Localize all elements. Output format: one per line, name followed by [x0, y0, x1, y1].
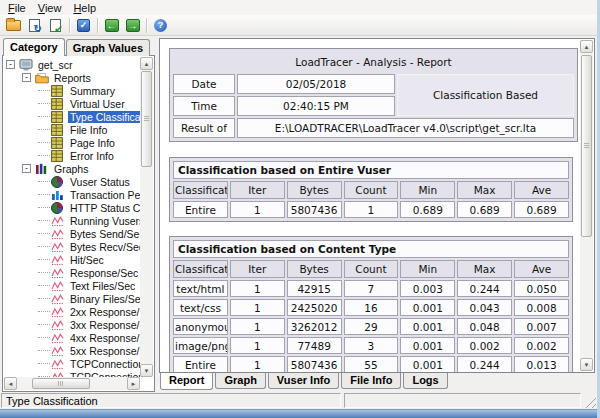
- bars-icon: [51, 189, 65, 201]
- bottom-tab-report[interactable]: Report: [160, 373, 213, 390]
- table-cell: 0.689: [457, 201, 512, 218]
- resize-grip-icon[interactable]: [583, 395, 596, 408]
- scroll-left-icon[interactable]: [4, 377, 17, 390]
- line-icon: [51, 358, 65, 370]
- table-cell: 0.003: [400, 280, 455, 297]
- tree-item-bytes-recv-sec[interactable]: Bytes Recv/Sec: [4, 240, 140, 253]
- tree-item-bytes-send-sec[interactable]: Bytes Send/Sec: [4, 227, 140, 240]
- toolbar-separator: [97, 18, 98, 33]
- tree-connector: [38, 116, 50, 117]
- table-title: Classification based on Content Type: [173, 240, 569, 258]
- tree-item-label: Type Classification: [68, 111, 140, 123]
- line-icon: [51, 267, 65, 279]
- table-cell: 0.689: [400, 201, 455, 218]
- report-icon: [51, 85, 65, 97]
- open-folder-button[interactable]: [3, 16, 24, 35]
- table-cell: 0.013: [514, 356, 569, 373]
- print-preview-button[interactable]: ↻: [24, 16, 45, 35]
- bottom-tab-file-info[interactable]: File Info: [341, 373, 401, 389]
- tree-horizontal-scrollbar[interactable]: [4, 377, 140, 390]
- table-cell: 0.689: [514, 201, 569, 218]
- collapse-expander-icon[interactable]: [6, 60, 15, 69]
- tree-item-virtual-user[interactable]: Virtual User: [4, 97, 140, 110]
- table-cell: 1: [230, 299, 285, 316]
- report-scrollbar-thumb[interactable]: [581, 55, 592, 237]
- scroll-up-icon[interactable]: [140, 57, 153, 70]
- menu-item-view[interactable]: View: [32, 1, 68, 15]
- collapse-expander-icon[interactable]: [22, 73, 31, 82]
- tree-item-page-info[interactable]: Page Info: [4, 136, 140, 149]
- tree-item-label: Bytes Send/Sec: [68, 228, 140, 240]
- export-button[interactable]: ↙: [45, 16, 66, 35]
- menu-item-help[interactable]: Help: [67, 1, 102, 15]
- tree-item-2xx-response-sec[interactable]: 2xx Response/Sec: [4, 305, 140, 318]
- line-icon: [51, 345, 65, 357]
- tree-connector: [38, 350, 50, 351]
- report-vertical-scrollbar[interactable]: [580, 40, 593, 371]
- tree-item-5xx-response-sec[interactable]: 5xx Response/Sec: [4, 344, 140, 357]
- tree-item-tcpconnections-clo[interactable]: TCPConnections Clo: [4, 370, 140, 377]
- table-cell: 0.001: [400, 318, 455, 335]
- tree-item-label: Binary Files/Sec: [68, 293, 140, 305]
- column-header-classification: Classification: [173, 181, 228, 199]
- pie-icon: [51, 176, 65, 188]
- line-icon: [51, 254, 65, 266]
- report-header-table: LoadTracer - Analysis - Report Date 02/0…: [169, 48, 578, 142]
- scroll-down-icon[interactable]: [580, 358, 593, 371]
- collapse-expander-icon[interactable]: [22, 164, 31, 173]
- tree-item-summary[interactable]: Summary: [4, 84, 140, 97]
- tree-item-label: File Info: [68, 124, 109, 136]
- status-text: Type Classification: [1, 393, 341, 408]
- tree-vertical-scrollbar[interactable]: [140, 57, 153, 377]
- tab-category[interactable]: Category: [3, 38, 65, 56]
- tree-item-text-files-sec[interactable]: Text Files/Sec: [4, 279, 140, 292]
- tree-item-hit-sec[interactable]: Hit/Sec: [4, 253, 140, 266]
- tree-item-transaction-performa[interactable]: Transaction Performa: [4, 188, 140, 201]
- checklist-button[interactable]: ✓: [73, 16, 94, 35]
- tree-item-response-sec[interactable]: Response/Sec: [4, 266, 140, 279]
- scroll-right-icon[interactable]: [127, 377, 140, 390]
- tree-item-label: Error Info: [68, 150, 116, 162]
- tree-item-tcpconnections-ope[interactable]: TCPConnections Ope: [4, 357, 140, 370]
- tree-item-label: 4xx Response/Sec: [68, 332, 140, 344]
- tree-item-error-info[interactable]: Error Info: [4, 149, 140, 162]
- tree-item-binary-files-sec[interactable]: Binary Files/Sec: [4, 292, 140, 305]
- report-icon: [51, 111, 65, 123]
- tree-item-running-vusers[interactable]: Running Vusers: [4, 214, 140, 227]
- forward-button[interactable]: →: [122, 16, 143, 35]
- open-folder-icon: [6, 20, 21, 31]
- help-icon: ?: [154, 19, 167, 32]
- bottom-tab-graph[interactable]: Graph: [215, 373, 265, 389]
- status-bar: Type Classification: [0, 392, 597, 409]
- bottom-tab-vuser-info[interactable]: Vuser Info: [268, 373, 339, 389]
- right-panel: LoadTracer - Analysis - Report Date 02/0…: [155, 38, 597, 392]
- result-path: E:\LOADTRACER\LoadTracer v4.0\script\get…: [237, 118, 574, 138]
- menu-item-file[interactable]: File: [2, 1, 32, 15]
- tree-hscrollbar-thumb[interactable]: [32, 378, 90, 389]
- scroll-up-icon[interactable]: [580, 40, 593, 53]
- status-panel-secondary: [344, 393, 581, 408]
- category-tree: get_scrReportsSummaryVirtual UserType Cl…: [4, 58, 140, 377]
- tree-item-4xx-response-sec[interactable]: 4xx Response/Sec: [4, 331, 140, 344]
- table-cell: 3262012: [287, 318, 342, 335]
- tree-item-label: 3xx Response/Sec: [68, 319, 140, 331]
- help-button[interactable]: ?: [150, 16, 171, 35]
- tree-connector: [38, 298, 50, 299]
- bottom-tab-logs[interactable]: Logs: [403, 373, 447, 389]
- tree-item-type-classification[interactable]: Type Classification: [4, 110, 140, 123]
- tree-connector: [38, 246, 50, 247]
- tree-item-graphs[interactable]: Graphs: [4, 162, 140, 175]
- tree-item-http-status-code[interactable]: HTTP Status Code: [4, 201, 140, 214]
- line-icon: [51, 241, 65, 253]
- tab-graph-values[interactable]: Graph Values: [66, 39, 150, 56]
- back-button[interactable]: ←: [101, 16, 122, 35]
- tree-item-vuser-status[interactable]: Vuser Status: [4, 175, 140, 188]
- tree-connector: [38, 285, 50, 286]
- tree-scrollbar-thumb[interactable]: [141, 71, 152, 167]
- tree-item-file-info[interactable]: File Info: [4, 123, 140, 136]
- table-cell: Entire: [173, 201, 228, 218]
- tree-item-3xx-response-sec[interactable]: 3xx Response/Sec: [4, 318, 140, 331]
- tree-item-reports[interactable]: Reports: [4, 71, 140, 84]
- tree-item-get-scr[interactable]: get_scr: [4, 58, 140, 71]
- scroll-down-icon[interactable]: [140, 364, 153, 377]
